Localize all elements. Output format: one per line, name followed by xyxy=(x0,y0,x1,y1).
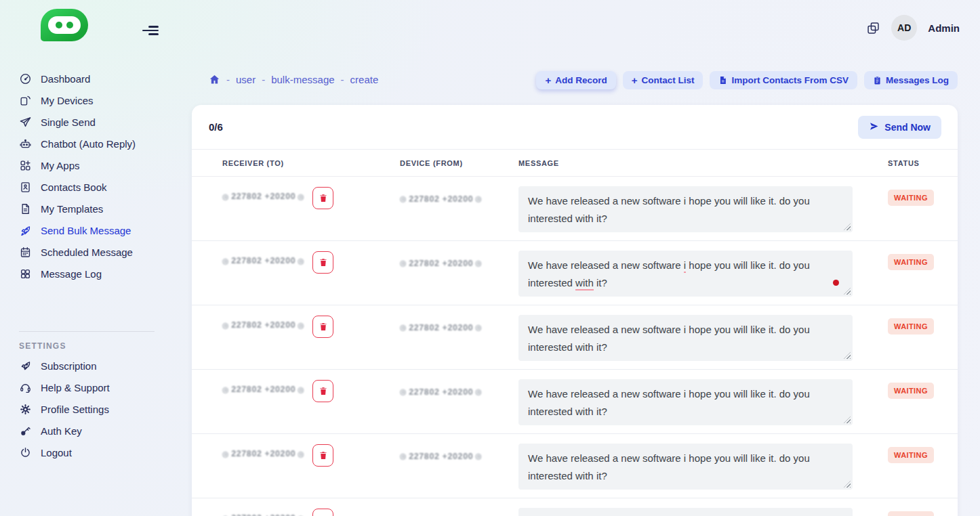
message-textarea[interactable]: We have released a new software i hope y… xyxy=(518,508,853,516)
topbar-right: AD Admin xyxy=(866,15,960,41)
col-device: DEVICE (FROM) xyxy=(400,159,518,167)
table-row: 227802 +20200 227802 +20200 We have rele… xyxy=(192,241,958,305)
paper-plane-icon xyxy=(19,116,32,129)
template-file-icon xyxy=(19,202,32,215)
resize-handle-icon[interactable] xyxy=(844,288,851,295)
devices-icon xyxy=(19,94,32,107)
receiver-number[interactable]: 227802 +20200 xyxy=(222,320,304,330)
robot-icon xyxy=(19,137,32,150)
resize-handle-icon[interactable] xyxy=(844,481,851,488)
message-textarea[interactable]: We have released a new software i hope y… xyxy=(518,444,853,490)
sidebar-item-my-apps[interactable]: My Apps xyxy=(0,154,178,176)
table-row: 227802 +20200 227802 +20200 We have rele… xyxy=(192,370,958,434)
send-now-button[interactable]: Send Now xyxy=(858,116,941,139)
copy-icon[interactable] xyxy=(866,21,880,35)
sidebar-item-scheduled-message[interactable]: Scheduled Message xyxy=(0,241,178,263)
breadcrumb-bulk-message[interactable]: bulk-message xyxy=(271,74,334,85)
receiver-number[interactable]: 227802 +20200 xyxy=(222,385,304,394)
sidebar-item-contacts-book[interactable]: Contacts Book xyxy=(0,176,178,198)
sidebar-item-chatbot[interactable]: Chatbot (Auto Reply) xyxy=(0,133,178,154)
sidebar-item-help-support[interactable]: Help & Support xyxy=(0,377,178,398)
sidebar: Dashboard My Devices Single Send Chatbot… xyxy=(0,68,178,463)
user-name[interactable]: Admin xyxy=(928,22,960,34)
import-contacts-csv-button[interactable]: Import Contacts From CSV xyxy=(710,71,857,89)
delete-row-button[interactable] xyxy=(312,251,333,274)
breadcrumb-create[interactable]: create xyxy=(350,74,379,85)
table-row: 227802 +20200 227802 +20200 We have rele… xyxy=(192,434,958,498)
rocket-icon xyxy=(19,224,32,237)
clipboard-icon xyxy=(873,75,882,85)
logo-eye-left xyxy=(56,22,62,28)
dashboard-icon xyxy=(19,72,32,85)
col-status: STATUS xyxy=(888,159,941,167)
gear-icon xyxy=(19,403,32,416)
send-icon xyxy=(869,121,879,133)
delete-row-button[interactable] xyxy=(312,380,333,402)
sidebar-item-profile-settings[interactable]: Profile Settings xyxy=(0,398,178,420)
col-message: MESSAGE xyxy=(518,159,888,167)
plus-icon: + xyxy=(545,75,551,85)
rocket-icon xyxy=(19,360,32,372)
spellcheck-underline: with xyxy=(575,277,594,291)
avatar[interactable]: AD xyxy=(891,15,917,41)
delete-row-button[interactable] xyxy=(312,509,333,516)
sidebar-item-my-devices[interactable]: My Devices xyxy=(0,89,178,111)
sidebar-item-auth-key[interactable]: Auth Key xyxy=(0,420,178,442)
resize-handle-icon[interactable] xyxy=(844,352,851,359)
power-icon xyxy=(19,446,32,459)
messages-log-button[interactable]: Messages Log xyxy=(864,71,958,89)
sidebar-divider xyxy=(19,331,155,332)
app-logo-face xyxy=(48,16,81,34)
sidebar-toggle-icon[interactable] xyxy=(141,24,159,37)
add-record-button[interactable]: + Add Record xyxy=(536,71,615,89)
headset-icon xyxy=(19,381,32,394)
logo-eye-right xyxy=(66,22,73,28)
receiver-number[interactable]: 227802 +20200 xyxy=(222,513,304,516)
table-row: 227802 +20200 227802 +20200 We have rele… xyxy=(192,305,958,370)
action-buttons: + Add Record + Contact List Import Conta… xyxy=(536,71,958,89)
col-receiver: RECEIVER (TO) xyxy=(222,159,400,167)
sidebar-item-my-templates[interactable]: My Templates xyxy=(0,198,178,219)
breadcrumb: - user - bulk-message - create xyxy=(209,74,378,85)
message-log-icon xyxy=(19,267,32,280)
status-badge: WAITING xyxy=(888,511,934,516)
settings-heading: SETTINGS xyxy=(19,341,178,351)
device-number[interactable]: 227802 +20200 xyxy=(400,194,482,204)
delete-row-button[interactable] xyxy=(312,187,333,209)
home-icon[interactable] xyxy=(209,74,220,85)
plus-icon: + xyxy=(632,75,638,85)
delete-row-button[interactable] xyxy=(312,444,333,467)
sidebar-item-subscription[interactable]: Subscription xyxy=(0,355,178,377)
key-icon xyxy=(19,425,32,437)
device-number[interactable]: 227802 +20200 xyxy=(400,259,482,268)
device-number[interactable]: 227802 +20200 xyxy=(400,323,482,332)
breadcrumb-user[interactable]: user xyxy=(236,74,256,85)
sidebar-item-single-send[interactable]: Single Send xyxy=(0,111,178,133)
resize-handle-icon[interactable] xyxy=(844,223,851,230)
receiver-number[interactable]: 227802 +20200 xyxy=(222,449,304,458)
delete-row-button[interactable] xyxy=(312,316,333,338)
message-textarea[interactable]: We have released a new software i hope y… xyxy=(518,186,853,232)
panel-header: 0/6 Send Now xyxy=(192,105,958,150)
receiver-number[interactable]: 227802 +20200 xyxy=(222,256,304,265)
device-number[interactable]: 227802 +20200 xyxy=(400,452,482,461)
status-badge: WAITING xyxy=(888,190,934,206)
table-row: 227802 +20200 227802 +20200 We have rele… xyxy=(192,177,958,241)
table-header: RECEIVER (TO) DEVICE (FROM) MESSAGE STAT… xyxy=(192,150,958,177)
contact-list-button[interactable]: + Contact List xyxy=(623,71,703,89)
sidebar-item-message-log[interactable]: Message Log xyxy=(0,263,178,284)
device-number[interactable]: 227802 +20200 xyxy=(400,387,482,397)
spellcheck-dot[interactable] xyxy=(833,280,839,286)
table-row: 227802 +20200 227802 +20200 We have rele… xyxy=(192,498,958,516)
app-logo[interactable] xyxy=(41,9,88,41)
message-textarea[interactable]: We have released a new software i hope y… xyxy=(518,251,853,297)
sidebar-item-logout[interactable]: Logout xyxy=(0,442,178,463)
message-textarea[interactable]: We have released a new software i hope y… xyxy=(518,379,853,425)
sidebar-item-dashboard[interactable]: Dashboard xyxy=(0,68,178,89)
message-textarea[interactable]: We have released a new software i hope y… xyxy=(518,315,853,361)
resize-handle-icon[interactable] xyxy=(844,416,851,423)
receiver-number[interactable]: 227802 +20200 xyxy=(222,192,304,201)
status-badge: WAITING xyxy=(888,318,934,335)
sidebar-item-send-bulk-message[interactable]: Send Bulk Message xyxy=(0,219,178,241)
status-badge: WAITING xyxy=(888,254,934,270)
